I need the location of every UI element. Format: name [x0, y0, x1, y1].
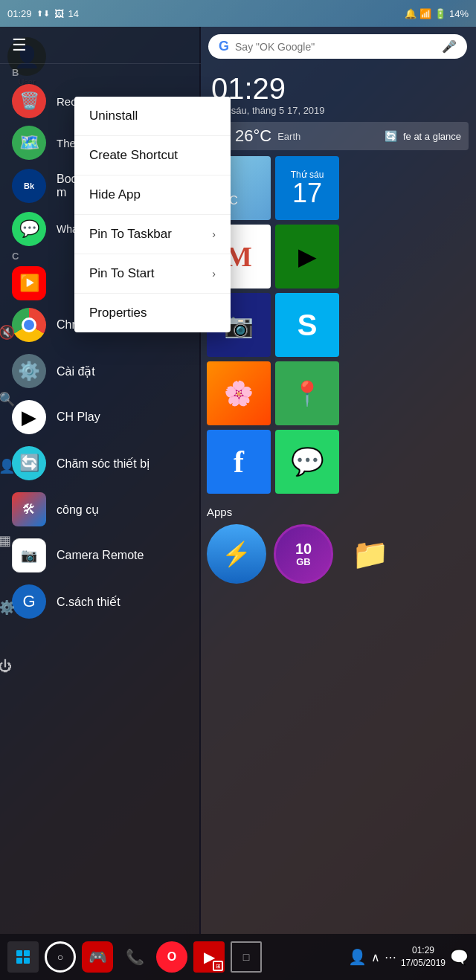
tiles-row-2: M ▶: [207, 225, 469, 288]
booking-icon: Bk: [12, 169, 46, 203]
search-side-icon[interactable]: 🔍: [0, 391, 15, 407]
uninstall-label: Uninstall: [89, 109, 138, 123]
square-icon: □: [243, 951, 249, 963]
circle-button[interactable]: ○: [45, 941, 76, 973]
clock-time: 01:29: [211, 72, 464, 105]
whatsapp-tile[interactable]: 💬: [275, 430, 339, 494]
status-left: 01:29 ⬆⬇ 🖼 14: [7, 8, 79, 19]
phone-button[interactable]: 📞: [119, 941, 150, 973]
taskbar-notification-icon[interactable]: 🗨️: [450, 948, 469, 966]
photos-icon: 🌸: [224, 379, 254, 407]
phone-icon: 📞: [126, 948, 144, 966]
status-battery-pct: 14%: [449, 8, 469, 19]
weather-widget: ⛅ 26°C Earth 🔄 fe at a glance: [207, 122, 469, 150]
battery-app-icon: ⚡: [222, 540, 251, 568]
context-menu-pin-taskbar[interactable]: Pin To Taskbar ›: [74, 215, 231, 254]
tengb-number: 10: [295, 541, 312, 557]
weather-label: Earth: [277, 131, 300, 142]
taskbar-chevron-icon[interactable]: ∧: [371, 950, 380, 964]
settings-side-icon[interactable]: ⚙️: [0, 599, 15, 616]
windows-start-button[interactable]: [7, 941, 39, 973]
calendar-tile[interactable]: Thứ sáu 17: [275, 156, 339, 220]
tiles-row-5: f 💬: [207, 430, 469, 494]
playstore-tile[interactable]: ▶: [275, 225, 339, 288]
whatsapp-icon: 💬: [12, 212, 46, 246]
properties-label: Properties: [89, 306, 147, 320]
skype-letter: S: [298, 309, 318, 342]
apps-section: Apps ⚡ 10 GB 📁: [199, 503, 476, 587]
tiles-row-1: ⛅ 26°C Rain Thứ sáu 17: [207, 156, 469, 220]
photos-tile[interactable]: 🌸: [207, 361, 271, 425]
person-side-icon[interactable]: 👤: [0, 458, 15, 474]
volume-icon[interactable]: 🔇: [0, 324, 15, 341]
tools-item[interactable]: 🛠 công cụ: [0, 486, 201, 532]
right-panel: G 🎤 01:29 Thứ sáu, tháng 5 17, 2019 ⛅ 26…: [199, 27, 476, 934]
care-item[interactable]: 🔄 Chăm sóc thiết bị: [0, 440, 201, 486]
whatsapp-tile-icon: 💬: [291, 446, 324, 477]
search-input[interactable]: [235, 41, 436, 53]
clock-widget: 01:29 Thứ sáu, tháng 5 17, 2019: [199, 66, 476, 119]
search-bar[interactable]: G 🎤: [208, 34, 467, 59]
skype-tile[interactable]: S: [275, 293, 339, 357]
chplay-label: CH Play: [57, 410, 100, 424]
opera-button[interactable]: O: [156, 941, 187, 973]
facebook-letter: f: [234, 444, 244, 480]
power-side-icon[interactable]: ⏻: [0, 659, 12, 674]
apps-row: ⚡ 10 GB 📁: [207, 524, 469, 584]
pin-taskbar-label: Pin To Taskbar: [89, 227, 172, 242]
games-button[interactable]: 🎮: [82, 941, 113, 973]
glance-label: 🔄: [385, 130, 397, 142]
status-right: 🔔 📶 🔋 14%: [405, 8, 469, 19]
context-menu-properties[interactable]: Properties: [74, 294, 231, 332]
maps-icon: 🗺️: [12, 126, 46, 160]
status-wifi-icon: 📶: [419, 8, 431, 19]
folder-app[interactable]: 📁: [341, 528, 400, 580]
settings-label: Cài đặt: [57, 364, 95, 378]
facebook-tile[interactable]: f: [207, 430, 271, 494]
taskbar-time-display: 01:29 17/05/2019: [401, 944, 446, 970]
battery-app-circle[interactable]: ⚡: [207, 524, 266, 584]
taskbar: ○ 🎮 📞 O ▶ ⊞ □ 👤 ∧ ⋯ 01:29 17/05/2019 🗨️: [0, 934, 476, 980]
csach-label: C.sách thiết: [57, 595, 120, 609]
chrome-icon: [12, 308, 46, 342]
taskbar-person-icon[interactable]: 👤: [348, 948, 367, 966]
chplay-icon: ▶: [12, 400, 46, 434]
camera-remote-icon: 📷: [12, 538, 46, 573]
tiles-row-4: 🌸 📍: [207, 361, 469, 425]
context-menu-hide-app[interactable]: Hide App: [74, 175, 231, 215]
chrome-inner-circle: [22, 317, 36, 332]
taskbar-overflow-icon[interactable]: ⋯: [385, 950, 396, 964]
calendar-day-num: 17: [292, 180, 322, 207]
tengb-app-circle[interactable]: 10 GB: [274, 524, 333, 584]
context-menu-uninstall[interactable]: Uninstall: [74, 97, 231, 136]
chplay-item[interactable]: ▶ CH Play: [0, 394, 201, 440]
hamburger-menu[interactable]: ☰: [12, 36, 27, 55]
tools-icon: 🛠: [12, 492, 46, 526]
youtube-button[interactable]: ▶ ⊞: [193, 941, 225, 973]
tiles-section: ⛅ 26°C Rain Thứ sáu 17 M ▶ 📷 S: [199, 152, 476, 503]
settings-item[interactable]: ⚙️ Cài đặt: [0, 348, 201, 394]
drawer-header: ☰: [0, 27, 201, 64]
context-menu-pin-start[interactable]: Pin To Start ›: [74, 254, 231, 294]
recyclebin-icon: 🗑️: [12, 84, 46, 118]
context-menu-create-shortcut[interactable]: Create Shortcut: [74, 136, 231, 175]
context-menu: Uninstall Create Shortcut Hide App Pin T…: [74, 97, 231, 332]
taskbar-date: 17/05/2019: [401, 957, 446, 970]
status-time: 01:29: [7, 8, 32, 19]
status-icon-image: 🖼: [54, 8, 64, 19]
tiles-row-3: 📷 S: [207, 293, 469, 357]
camera-remote-item[interactable]: 📷 Camera Remote: [0, 532, 201, 578]
grid-side-icon[interactable]: ▦: [0, 532, 11, 549]
taskbar-right: 👤 ∧ ⋯ 01:29 17/05/2019 🗨️: [348, 944, 469, 970]
csach-item[interactable]: G C.sách thiết: [0, 578, 201, 625]
care-label: Chăm sóc thiết bị: [57, 457, 149, 471]
square-button[interactable]: □: [231, 941, 262, 973]
csach-icon: G: [12, 584, 46, 619]
apps-label: Apps: [207, 506, 469, 518]
maps-tile[interactable]: 📍: [275, 361, 339, 425]
weather-temp: 26°C: [235, 126, 271, 146]
playstore-icon: ▶: [298, 242, 317, 271]
alpha-section-b: B: [0, 64, 201, 80]
youtube-badge-icon: ⊞: [216, 963, 221, 970]
microphone-icon[interactable]: 🎤: [442, 39, 457, 54]
